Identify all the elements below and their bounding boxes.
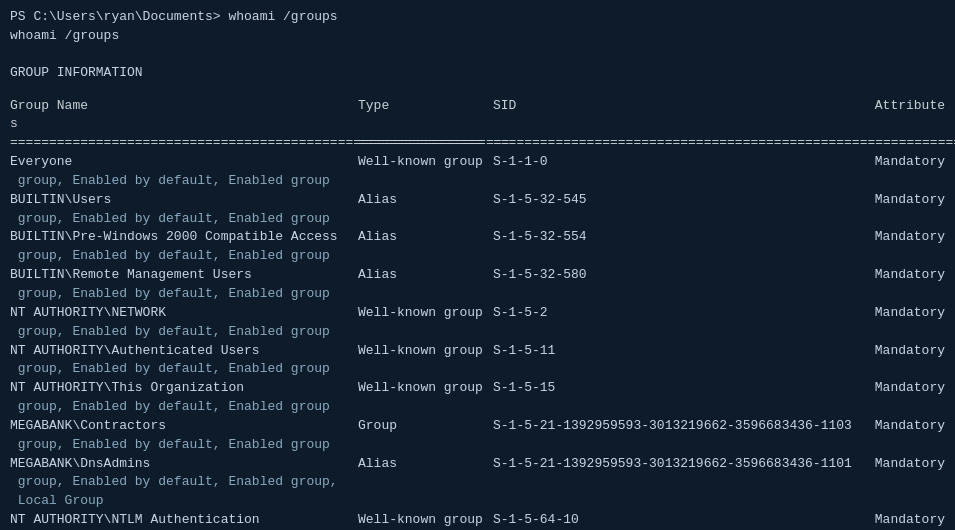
entry-name: Everyone bbox=[10, 153, 358, 172]
entry-name: MEGABANK\Contractors bbox=[10, 417, 358, 436]
entry-attr: Mandatory bbox=[855, 379, 945, 398]
entry-sub: group, Enabled by default, Enabled group bbox=[10, 247, 945, 266]
col-name-s: s bbox=[10, 115, 358, 134]
entry-type: Group bbox=[358, 417, 493, 436]
col-sid-header: SID bbox=[493, 97, 855, 116]
entry-attr: Mandatory bbox=[855, 511, 945, 530]
entry-attr: Mandatory bbox=[855, 304, 945, 323]
entry-attr: Mandatory bbox=[855, 191, 945, 210]
table-row: NT AUTHORITY\NTLM Authentication Well-kn… bbox=[10, 511, 945, 530]
entry-name: NT AUTHORITY\Authenticated Users bbox=[10, 342, 358, 361]
entry-sub: group, Enabled by default, Enabled group bbox=[10, 360, 945, 379]
entry-type: Alias bbox=[358, 455, 493, 474]
entry-name: NT AUTHORITY\This Organization bbox=[10, 379, 358, 398]
entry-name: BUILTIN\Pre-Windows 2000 Compatible Acce… bbox=[10, 228, 358, 247]
entry-sub: group, Enabled by default, Enabled group bbox=[10, 285, 945, 304]
entry-sid: S-1-5-15 bbox=[493, 379, 855, 398]
table-row: BUILTIN\Pre-Windows 2000 Compatible Acce… bbox=[10, 228, 945, 247]
table-row: BUILTIN\Remote Management Users Alias S-… bbox=[10, 266, 945, 285]
entry-sub: group, Enabled by default, Enabled group bbox=[10, 323, 945, 342]
prompt-line-1: PS C:\Users\ryan\Documents> whoami /grou… bbox=[10, 8, 945, 27]
entry-type: Well-known group bbox=[358, 153, 493, 172]
entry-name: MEGABANK\DnsAdmins bbox=[10, 455, 358, 474]
entry-type: Well-known group bbox=[358, 304, 493, 323]
entry-type: Well-known group bbox=[358, 511, 493, 530]
cmd-line: whoami /groups bbox=[10, 27, 945, 46]
entry-sub: group, Enabled by default, Enabled group bbox=[10, 436, 945, 455]
entry-attr: Mandatory bbox=[855, 342, 945, 361]
section-header: GROUP INFORMATION bbox=[10, 64, 945, 83]
entry-sid: S-1-5-11 bbox=[493, 342, 855, 361]
entry-name: BUILTIN\Users bbox=[10, 191, 358, 210]
table-row: Everyone Well-known group S-1-1-0 Mandat… bbox=[10, 153, 945, 172]
entry-sid: S-1-5-32-545 bbox=[493, 191, 855, 210]
underline-name: ========================================… bbox=[10, 134, 358, 153]
entry-sub-local: Local Group bbox=[10, 492, 945, 511]
column-headers: Group Name Type SID Attribute bbox=[10, 97, 945, 116]
entry-sub: group, Enabled by default, Enabled group bbox=[10, 398, 945, 417]
col-attr-header: Attribute bbox=[855, 97, 945, 116]
underline-type: ================ bbox=[358, 134, 493, 153]
entry-attr: Mandatory bbox=[855, 228, 945, 247]
col-name-header: Group Name bbox=[10, 97, 358, 116]
entry-attr: Mandatory bbox=[855, 417, 945, 436]
entry-type: Alias bbox=[358, 228, 493, 247]
entry-sid: S-1-5-32-580 bbox=[493, 266, 855, 285]
blank-1 bbox=[10, 46, 945, 60]
entry-type: Alias bbox=[358, 266, 493, 285]
underline-row: ========================================… bbox=[10, 134, 945, 153]
table-row: MEGABANK\Contractors Group S-1-5-21-1392… bbox=[10, 417, 945, 436]
entry-sub: group, Enabled by default, Enabled group bbox=[10, 172, 945, 191]
blank-2 bbox=[10, 83, 945, 97]
entry-type: Well-known group bbox=[358, 379, 493, 398]
entry-sid: S-1-5-21-1392959593-3013219662-359668343… bbox=[493, 417, 855, 436]
table-row: NT AUTHORITY\Authenticated Users Well-kn… bbox=[10, 342, 945, 361]
underline-sid: ========================================… bbox=[493, 134, 955, 153]
entry-sub: group, Enabled by default, Enabled group bbox=[10, 210, 945, 229]
table-row: MEGABANK\DnsAdmins Alias S-1-5-21-139295… bbox=[10, 455, 945, 474]
entry-sid: S-1-5-64-10 bbox=[493, 511, 855, 530]
entry-attr: Mandatory bbox=[855, 455, 945, 474]
entry-sid: S-1-5-2 bbox=[493, 304, 855, 323]
table-row: NT AUTHORITY\This Organization Well-know… bbox=[10, 379, 945, 398]
entry-name: BUILTIN\Remote Management Users bbox=[10, 266, 358, 285]
col-type-header: Type bbox=[358, 97, 493, 116]
entry-sub: group, Enabled by default, Enabled group… bbox=[10, 473, 945, 492]
entry-type: Alias bbox=[358, 191, 493, 210]
entry-name: NT AUTHORITY\NETWORK bbox=[10, 304, 358, 323]
entry-sid: S-1-5-32-554 bbox=[493, 228, 855, 247]
entry-name: NT AUTHORITY\NTLM Authentication bbox=[10, 511, 358, 530]
column-header-s: s bbox=[10, 115, 945, 134]
table-row: BUILTIN\Users Alias S-1-5-32-545 Mandato… bbox=[10, 191, 945, 210]
terminal: PS C:\Users\ryan\Documents> whoami /grou… bbox=[0, 0, 955, 530]
entry-attr: Mandatory bbox=[855, 153, 945, 172]
entry-type: Well-known group bbox=[358, 342, 493, 361]
entry-attr: Mandatory bbox=[855, 266, 945, 285]
table-row: NT AUTHORITY\NETWORK Well-known group S-… bbox=[10, 304, 945, 323]
entry-sid: S-1-1-0 bbox=[493, 153, 855, 172]
entry-sid: S-1-5-21-1392959593-3013219662-359668343… bbox=[493, 455, 855, 474]
